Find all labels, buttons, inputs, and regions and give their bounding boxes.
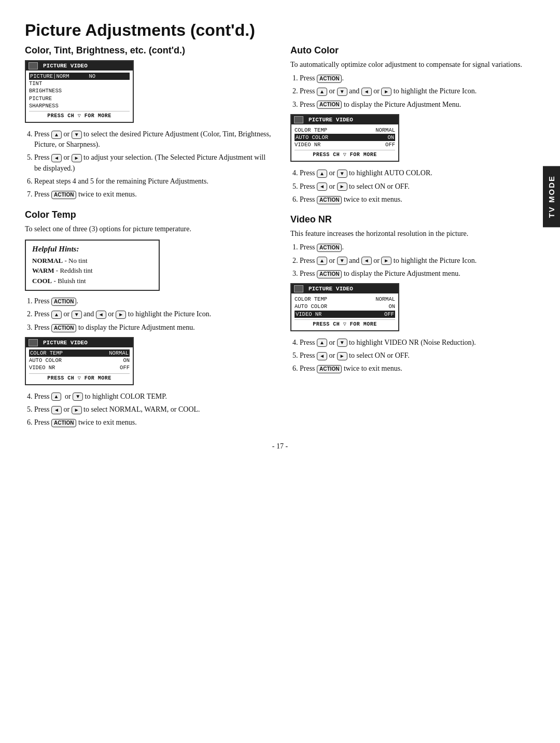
screen1-label: PICTURE VIDEO bbox=[43, 63, 88, 69]
ac-step-6: Press ACTION twice to exit menus. bbox=[300, 194, 535, 205]
vnr-step-4: Press ▲ or ▼ to highlight VIDEO NR (Nois… bbox=[300, 338, 535, 348]
screen-ac-row1: COLOR TEMPNORMAL bbox=[295, 127, 395, 134]
vnr-step-5: Press ◄ or ► to select ON or OFF. bbox=[300, 351, 535, 361]
video-nr-text: This feature increases the horizontal re… bbox=[290, 228, 535, 239]
video-nr-steps-a: Press ACTION. Press ▲ or ▼ and ◄ or ► to… bbox=[300, 242, 535, 279]
page-title: Picture Adjustments (cont'd.) bbox=[25, 21, 535, 40]
up-btn7: ▲ bbox=[317, 339, 327, 347]
screen-ac-row3: VIDEO NROFF bbox=[295, 141, 395, 148]
up-btn3: ▲ bbox=[51, 392, 62, 401]
screen-color-temp: PICTURE VIDEO COLOR TEMPNORMAL AUTO COLO… bbox=[25, 337, 134, 385]
vnr-step-3: Press ACTION to display the Picture Adju… bbox=[300, 269, 535, 279]
ct-step-2: Press ▲ or ▼ and ◄ or ► to highlight the… bbox=[34, 309, 274, 319]
auto-color-text: To automatically optimize color adjustme… bbox=[290, 59, 535, 70]
left-btn4: ◄ bbox=[361, 88, 372, 96]
step-6: Repeat steps 4 and 5 for the remaining P… bbox=[34, 176, 274, 187]
down-btn: ▼ bbox=[72, 131, 82, 139]
screen2-row3: VIDEO NROFF bbox=[29, 364, 130, 371]
left-btn2: ◄ bbox=[96, 311, 106, 319]
step-7: Press ACTION twice to exit menus. bbox=[34, 189, 274, 200]
action-btn2: ACTION bbox=[51, 298, 76, 306]
screen2-row1: COLOR TEMPNORMAL bbox=[29, 349, 130, 357]
hint-item-2: WARM - Reddish tint bbox=[32, 265, 152, 276]
vnr-step-2: Press ▲ or ▼ and ◄ or ► to highlight the… bbox=[300, 256, 535, 266]
down-btn4: ▼ bbox=[337, 88, 347, 96]
action-btn7: ACTION bbox=[317, 196, 342, 204]
left-section-title: Color, Tint, Brightness, etc. (cont'd.) bbox=[25, 45, 274, 56]
screen1-row-tint: TINT bbox=[29, 80, 130, 87]
video-nr-steps-b: Press ▲ or ▼ to highlight VIDEO NR (Nois… bbox=[300, 338, 535, 374]
color-temp-text: To select one of three (3) options for p… bbox=[25, 223, 274, 234]
left-column: Color, Tint, Brightness, etc. (cont'd.) … bbox=[25, 45, 274, 432]
left-btn7: ◄ bbox=[317, 352, 327, 360]
auto-color-title: Auto Color bbox=[290, 45, 535, 56]
down-btn6: ▼ bbox=[337, 257, 347, 265]
steps-a: Press ▲ or ▼ to select the desired Pictu… bbox=[34, 129, 274, 200]
left-btn3: ◄ bbox=[51, 406, 62, 414]
hint-box: Helpful Hints: NORMAL - No tint WARM - R… bbox=[25, 240, 160, 291]
up-btn6: ▲ bbox=[317, 257, 327, 265]
ac-step-2: Press ▲ or ▼ and ◄ or ► to highlight the… bbox=[300, 86, 535, 96]
hint-item-1: NORMAL - No tint bbox=[32, 256, 152, 266]
screen-picture-norm: PICTURE VIDEO PICTURE|NORM NO TINT BRIGH… bbox=[25, 60, 134, 123]
ct-step-1: Press ACTION. bbox=[34, 296, 274, 306]
screen-vnr-row3: VIDEO NROFF bbox=[295, 311, 395, 318]
up-btn2: ▲ bbox=[51, 311, 62, 319]
screen1-row-picture: PICTURE bbox=[29, 95, 130, 102]
screen-auto-color: PICTURE VIDEO COLOR TEMPNORMAL AUTO COLO… bbox=[290, 114, 399, 162]
screen-vnr-label: PICTURE VIDEO bbox=[309, 286, 353, 292]
ac-step-3: Press ACTION to display the Picture Adju… bbox=[300, 100, 535, 110]
action-btn8: ACTION bbox=[317, 244, 342, 252]
tv-icon4 bbox=[294, 285, 303, 292]
step-5: Press ◄ or ► to adjust your selection. (… bbox=[34, 152, 274, 174]
screen-vnr-press: PRESS CH ▽ FOR MORE bbox=[295, 319, 395, 327]
action-btn5: ACTION bbox=[317, 75, 342, 83]
screen-ac-row2: AUTO COLORON bbox=[295, 134, 395, 141]
right-btn: ► bbox=[72, 154, 82, 162]
tv-icon3 bbox=[294, 116, 303, 123]
auto-color-steps-a: Press ACTION. Press ▲ or ▼ and ◄ or ► to… bbox=[300, 73, 535, 110]
screen-ac-label: PICTURE VIDEO bbox=[309, 117, 353, 123]
tv-icon bbox=[29, 62, 38, 69]
up-btn4: ▲ bbox=[317, 88, 327, 96]
right-btn2: ► bbox=[116, 311, 126, 319]
screen-vnr-row1: COLOR TEMPNORMAL bbox=[295, 296, 395, 303]
down-btn5: ▼ bbox=[337, 170, 347, 178]
ac-step-1: Press ACTION. bbox=[300, 73, 535, 83]
ct-step-6: Press ACTION twice to exit menus. bbox=[34, 417, 274, 428]
video-nr-title: Video NR bbox=[290, 214, 535, 225]
screen-ac-press: PRESS CH ▽ FOR MORE bbox=[295, 150, 395, 158]
left-btn5: ◄ bbox=[317, 183, 327, 191]
tv-mode-tab: TV MODE bbox=[543, 166, 560, 227]
action-btn9: ACTION bbox=[317, 270, 342, 278]
action-btn4: ACTION bbox=[51, 419, 76, 427]
action-btn6: ACTION bbox=[317, 101, 342, 109]
ct-step-5: Press ◄ or ► to select NORMAL, WARM, or … bbox=[34, 404, 274, 415]
right-btn5: ► bbox=[337, 183, 347, 191]
color-temp-title: Color Temp bbox=[25, 209, 274, 220]
screen2-row2: AUTO COLORON bbox=[29, 357, 130, 364]
right-column: Auto Color To automatically optimize col… bbox=[290, 45, 535, 432]
down-btn2: ▼ bbox=[72, 311, 82, 319]
screen2-label: PICTURE VIDEO bbox=[43, 340, 88, 346]
ac-step-5: Press ◄ or ► to select ON or OFF. bbox=[300, 181, 535, 192]
action-btn3: ACTION bbox=[51, 324, 76, 332]
vnr-step-1: Press ACTION. bbox=[300, 242, 535, 253]
right-btn3: ► bbox=[72, 406, 82, 414]
screen1-row-sharpness: SHARPNESS bbox=[29, 102, 130, 109]
down-btn7: ▼ bbox=[337, 339, 347, 347]
screen-vnr-row2: AUTO COLORON bbox=[295, 303, 395, 310]
action-btn10: ACTION bbox=[317, 365, 342, 373]
right-btn4: ► bbox=[381, 88, 391, 96]
color-temp-steps-c: Press▲ or ▼ to highlight COLOR TEMP. Pre… bbox=[34, 391, 274, 428]
screen1-row-brightness: BRIGHTNESS bbox=[29, 87, 130, 94]
left-btn6: ◄ bbox=[361, 257, 372, 265]
down-btn3: ▼ bbox=[73, 392, 83, 401]
ac-step-4: Press ▲ or ▼ to highlight AUTO COLOR. bbox=[300, 168, 535, 178]
right-btn7: ► bbox=[337, 352, 347, 360]
ct-step-4: Press▲ or ▼ to highlight COLOR TEMP. bbox=[34, 391, 274, 402]
auto-color-steps-b: Press ▲ or ▼ to highlight AUTO COLOR. Pr… bbox=[300, 168, 535, 205]
vnr-step-6: Press ACTION twice to exit menus. bbox=[300, 363, 535, 374]
ct-step-3: Press ACTION to display the Picture Adju… bbox=[34, 323, 274, 333]
screen1-highlighted: PICTURE|NORM NO bbox=[29, 73, 130, 80]
